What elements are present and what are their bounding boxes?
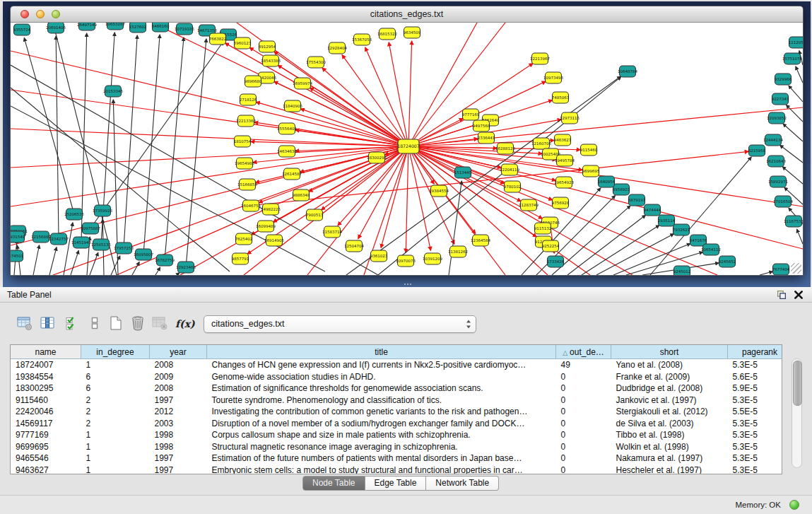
graph-node[interactable]: 9115132 bbox=[534, 223, 552, 234]
network-view-window[interactable]: citations_edges.txt 93557242069140626497… bbox=[10, 6, 804, 276]
graph-node[interactable]: 15166855 bbox=[237, 179, 257, 190]
graph-node[interactable]: 25206535 bbox=[64, 209, 84, 220]
graph-node[interactable]: 7677404 bbox=[772, 264, 790, 275]
tab-node-table[interactable]: Node Table bbox=[302, 476, 365, 491]
delete-table-icon[interactable] bbox=[151, 315, 170, 333]
graph-node[interactable]: 11283749 bbox=[519, 199, 539, 211]
table-scrollbar-thumb[interactable] bbox=[793, 361, 802, 406]
close-traffic-light-icon[interactable] bbox=[20, 10, 29, 18]
graph-node[interactable]: 9355724 bbox=[13, 24, 31, 35]
graph-node[interactable]: 5960123 bbox=[234, 37, 252, 49]
column-header-name[interactable]: name bbox=[11, 345, 81, 359]
table-row[interactable]: 977716911998Corpus callosum shape and si… bbox=[11, 429, 782, 441]
graph-node[interactable]: 10719185 bbox=[175, 23, 194, 35]
graph-node[interactable]: 12160706 bbox=[531, 138, 551, 149]
graph-node[interactable]: 10654112 bbox=[701, 244, 721, 255]
graph-node[interactable]: 9474444 bbox=[644, 204, 661, 216]
graph-node[interactable]: 6466160 bbox=[152, 23, 170, 32]
graph-node[interactable]: 20691406 bbox=[46, 23, 66, 33]
graph-node[interactable]: 9245652 bbox=[719, 256, 736, 267]
graph-node[interactable]: 12614587 bbox=[282, 168, 302, 180]
graph-node[interactable]: 7663822 bbox=[209, 33, 227, 45]
graph-node[interactable]: 16099489 bbox=[256, 221, 276, 232]
graph-node[interactable]: 12364584 bbox=[471, 235, 490, 246]
graph-node[interactable]: 9896680 bbox=[245, 76, 262, 87]
graph-node[interactable]: 26497149 bbox=[77, 23, 97, 30]
graph-node[interactable]: 9252254 bbox=[542, 240, 560, 252]
graph-node[interactable]: 1112053 bbox=[789, 37, 803, 48]
graph-node[interactable]: 18300295 bbox=[367, 152, 387, 163]
graph-node[interactable]: 9497568 bbox=[473, 120, 490, 132]
graph-node[interactable]: 15751074 bbox=[782, 53, 802, 64]
graph-node[interactable]: 11167531 bbox=[784, 216, 803, 227]
graph-node[interactable]: 10970073 bbox=[396, 255, 416, 267]
function-icon[interactable]: f(x) bbox=[175, 315, 194, 333]
table-row[interactable]: 1456911722003Disruption of a novel membe… bbox=[11, 418, 782, 430]
graph-node[interactable]: 16095807 bbox=[134, 249, 153, 260]
column-header-pagerank[interactable]: pagerank bbox=[728, 345, 783, 359]
node-table[interactable]: namein_degreeyeartitle△out_de…shortpager… bbox=[10, 344, 782, 474]
graph-node[interactable]: 17957253 bbox=[114, 243, 134, 254]
row-format-icon[interactable] bbox=[86, 315, 105, 333]
table-scrollbar[interactable] bbox=[792, 358, 802, 468]
graph-node[interactable]: 12213967 bbox=[530, 53, 550, 64]
column-header-out_degree[interactable]: △out_de… bbox=[556, 345, 611, 359]
delete-icon[interactable] bbox=[129, 315, 148, 333]
graph-node[interactable]: 16914905 bbox=[264, 235, 284, 246]
graph-node[interactable]: 9931549 bbox=[11, 231, 25, 243]
graph-node[interactable]: 16046755 bbox=[241, 200, 261, 211]
graph-node[interactable]: 17554300 bbox=[306, 57, 326, 68]
table-row[interactable]: 1872400712008Changes of HCN gene express… bbox=[11, 359, 782, 371]
graph-node[interactable]: 1527602 bbox=[129, 23, 147, 33]
graph-node[interactable]: 30975887 bbox=[81, 223, 100, 234]
network-window-titlebar[interactable]: citations_edges.txt bbox=[11, 6, 803, 23]
graph-node[interactable]: 16288128 bbox=[495, 143, 515, 154]
network-canvas[interactable]: 9355724206914062649714910653287152760264… bbox=[11, 23, 803, 275]
graph-node[interactable]: 8215958 bbox=[748, 145, 766, 156]
graph-node[interactable]: 19495784 bbox=[555, 155, 575, 166]
graph-node[interactable]: 2935114 bbox=[658, 215, 676, 226]
select-rows-icon[interactable] bbox=[64, 315, 82, 333]
graph-node[interactable]: 1640954 bbox=[598, 176, 616, 187]
graph-node[interactable]: 7932621 bbox=[673, 224, 690, 235]
column-header-in_degree[interactable]: in_degree bbox=[81, 345, 150, 359]
table-settings-icon[interactable] bbox=[16, 315, 35, 333]
graph-node[interactable]: 14982225 bbox=[261, 204, 281, 215]
graph-node[interactable]: 10648784 bbox=[618, 66, 637, 77]
tab-edge-table[interactable]: Edge Table bbox=[365, 476, 427, 491]
new-file-icon[interactable] bbox=[107, 315, 126, 333]
graph-node[interactable]: 14634638 bbox=[277, 146, 297, 157]
table-row[interactable]: 1938455462009Genome-wide association stu… bbox=[11, 371, 782, 383]
graph-node[interactable]: 16815322 bbox=[377, 28, 397, 40]
show-columns-icon[interactable] bbox=[39, 315, 57, 333]
graph-node[interactable]: 19654923 bbox=[554, 177, 574, 188]
graph-node[interactable]: 15892971 bbox=[768, 176, 788, 187]
graph-node[interactable]: 12504704 bbox=[344, 240, 364, 252]
graph-node[interactable]: 15556401 bbox=[277, 123, 297, 134]
graph-node[interactable]: 7485063 bbox=[552, 92, 570, 103]
graph-node[interactable]: 16959974 bbox=[293, 78, 312, 89]
graph-node[interactable]: 5574501 bbox=[11, 250, 23, 262]
graph-node[interactable]: 12213363 bbox=[236, 115, 256, 127]
canvas-resize-grip[interactable] bbox=[791, 263, 801, 274]
graph-node[interactable]: 1513445 bbox=[454, 167, 472, 178]
graph-node[interactable]: 8958923 bbox=[613, 184, 630, 195]
graph-node[interactable]: 1733426 bbox=[547, 256, 565, 267]
graph-node[interactable]: 12444134 bbox=[763, 134, 783, 146]
graph-node[interactable]: 6879197 bbox=[628, 194, 646, 206]
table-row[interactable]: 946554611997Estimation of the future num… bbox=[11, 452, 782, 465]
zoom-traffic-light-icon[interactable] bbox=[52, 10, 60, 18]
graph-node[interactable]: 12923468 bbox=[176, 262, 196, 273]
graph-node[interactable]: 9634509 bbox=[404, 27, 421, 38]
table-row[interactable]: 1830029562008Estimation of significance … bbox=[11, 382, 782, 395]
graph-node[interactable]: 12928404 bbox=[327, 42, 347, 54]
graph-node[interactable]: 19654985 bbox=[235, 158, 254, 169]
graph-node[interactable]: 15367058 bbox=[352, 34, 372, 45]
graph-node[interactable]: 12973115 bbox=[560, 112, 579, 124]
column-header-short[interactable]: short bbox=[611, 345, 728, 359]
graph-node[interactable]: 2718126 bbox=[240, 94, 257, 105]
graph-node[interactable]: 9463627 bbox=[554, 134, 572, 146]
graph-node[interactable]: 12204119 bbox=[500, 164, 519, 175]
graph-node[interactable]: 12342757 bbox=[49, 233, 69, 245]
graph-node[interactable]: 11840905 bbox=[283, 100, 302, 112]
